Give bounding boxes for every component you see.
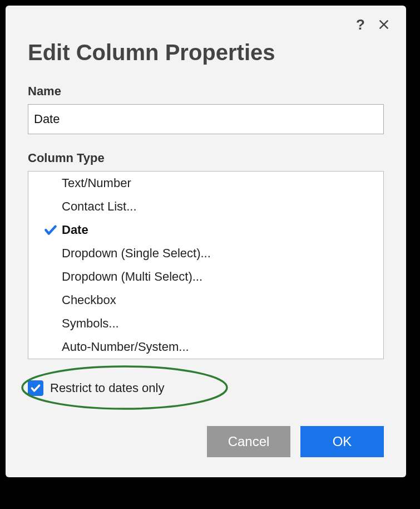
column-type-option[interactable]: Text/Number bbox=[28, 172, 383, 195]
restrict-row: Restrict to dates only bbox=[28, 373, 384, 404]
column-type-option[interactable]: Contact List... bbox=[28, 195, 383, 218]
column-type-label: Text/Number bbox=[62, 176, 131, 190]
column-type-label: Contact List... bbox=[62, 199, 137, 214]
name-input[interactable] bbox=[28, 104, 384, 134]
dialog-button-row: Cancel OK bbox=[28, 426, 384, 457]
close-icon[interactable] bbox=[377, 18, 391, 31]
column-type-label: Checkbox bbox=[62, 293, 116, 307]
restrict-label: Restrict to dates only bbox=[50, 381, 164, 395]
column-type-option[interactable]: Dropdown (Single Select)... bbox=[28, 242, 383, 265]
column-type-option[interactable]: Symbols... bbox=[28, 312, 383, 335]
column-type-label: Dropdown (Multi Select)... bbox=[62, 270, 202, 284]
column-type-option[interactable]: Date bbox=[28, 218, 383, 242]
column-type-list: Text/NumberContact List...DateDropdown (… bbox=[28, 171, 384, 359]
dialog-top-controls: ? bbox=[354, 18, 391, 31]
column-type-label: Date bbox=[62, 223, 88, 237]
column-type-label: Column Type bbox=[28, 151, 384, 165]
edit-column-dialog: ? Edit Column Properties Name Column Typ… bbox=[6, 6, 406, 477]
column-type-label: Symbols... bbox=[62, 316, 119, 331]
checkmark-icon bbox=[39, 223, 62, 237]
column-type-option[interactable]: Auto-Number/System... bbox=[28, 335, 383, 359]
column-type-label: Auto-Number/System... bbox=[62, 340, 189, 354]
name-label: Name bbox=[28, 84, 384, 99]
column-type-option[interactable]: Dropdown (Multi Select)... bbox=[28, 265, 383, 288]
help-icon[interactable]: ? bbox=[354, 18, 367, 31]
restrict-checkbox[interactable] bbox=[28, 380, 43, 396]
ok-button[interactable]: OK bbox=[300, 426, 384, 457]
dialog-title: Edit Column Properties bbox=[28, 40, 384, 65]
column-type-option[interactable]: Checkbox bbox=[28, 288, 383, 312]
column-type-label: Dropdown (Single Select)... bbox=[62, 246, 211, 261]
cancel-button[interactable]: Cancel bbox=[207, 426, 290, 457]
